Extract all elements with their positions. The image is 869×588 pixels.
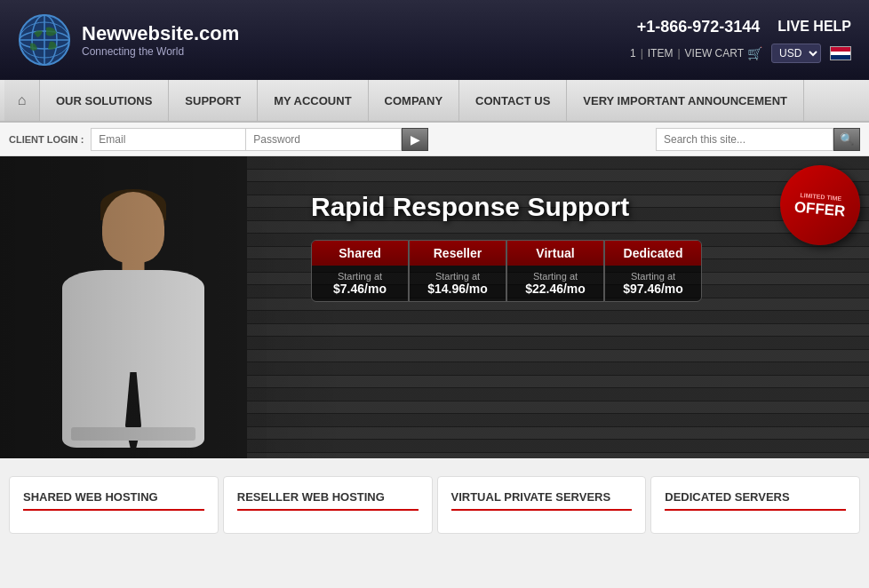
bottom-col-title-dedicated-servers: DEDICATED SERVERS <box>665 490 846 511</box>
pricing-header-dedicated: Dedicated <box>605 241 701 266</box>
hero-section: Rapid Response Support LIMITED TIME OFFE… <box>0 156 869 458</box>
pricing-col-reseller[interactable]: Reseller Starting at $14.96/mo <box>409 240 506 302</box>
currency-select[interactable]: USD EUR GBP <box>771 44 821 63</box>
bottom-col-title-reseller-web-hosting: RESELLER WEB HOSTING <box>237 490 419 511</box>
header-top-row: +1-866-972-3144 LIVE HELP <box>637 18 851 36</box>
search-icon: 🔍 <box>840 132 854 146</box>
cart-divider: | <box>641 47 643 60</box>
login-label: CLIENT LOGIN : <box>9 134 84 145</box>
logo-text: Newwebsite.com Connecting the World <box>82 22 239 58</box>
pricing-body-virtual: Starting at $22.46/mo <box>507 266 603 301</box>
pricing-col-dedicated[interactable]: Dedicated Starting at $97.46/mo <box>604 240 702 302</box>
pricing-price-reseller: $14.96/mo <box>413 282 502 296</box>
nav-item-contact-us[interactable]: CONTACT US <box>459 80 567 121</box>
pricing-price-shared: $7.46/mo <box>315 282 404 296</box>
live-help-link[interactable]: LIVE HELP <box>777 19 851 35</box>
logo-globe-icon <box>18 13 71 67</box>
pricing-starting-dedicated: Starting at <box>609 271 698 282</box>
login-submit-button[interactable]: ▶ <box>402 128 428 151</box>
site-header: Newwebsite.com Connecting the World +1-8… <box>0 0 869 80</box>
pricing-header-shared: Shared <box>312 241 408 266</box>
site-name: Newwebsite.com <box>82 22 239 45</box>
nav-items: OUR SOLUTIONS SUPPORT MY ACCOUNT COMPANY… <box>40 80 804 121</box>
bottom-col-title-virtual-private-servers: VIRTUAL PRIVATE SERVERS <box>451 490 633 511</box>
nav-home-button[interactable]: ⌂ <box>4 80 40 121</box>
search-button[interactable]: 🔍 <box>833 128 860 151</box>
pricing-body-dedicated: Starting at $97.46/mo <box>605 266 701 301</box>
view-cart-link[interactable]: VIEW CART 🛒 <box>685 46 762 60</box>
cart-divider-2: | <box>677 47 680 60</box>
bottom-sections: SHARED WEB HOSTINGRESELLER WEB HOSTINGVI… <box>0 458 869 552</box>
password-input[interactable] <box>246 128 402 151</box>
pricing-starting-reseller: Starting at <box>413 271 502 282</box>
header-right: +1-866-972-3144 LIVE HELP 1 | ITEM | VIE… <box>630 18 851 63</box>
nav-item-my-account[interactable]: MY ACCOUNT <box>258 80 368 121</box>
login-arrow-icon: ▶ <box>411 132 420 147</box>
hero-title: Rapid Response Support <box>311 192 771 222</box>
cart-item-count: 1 <box>630 47 636 60</box>
search-area: 🔍 <box>656 128 860 151</box>
nav-item-our-solutions[interactable]: OUR SOLUTIONS <box>40 80 169 121</box>
header-bottom-row: 1 | ITEM | VIEW CART 🛒 USD EUR GBP <box>630 44 851 63</box>
pricing-price-virtual: $22.46/mo <box>511 282 600 296</box>
phone-number: +1-866-972-3144 <box>637 18 761 36</box>
main-navbar: ⌂ OUR SOLUTIONS SUPPORT MY ACCOUNT COMPA… <box>0 80 869 123</box>
pricing-col-shared[interactable]: Shared Starting at $7.46/mo <box>311 240 409 302</box>
bottom-col-dedicated-servers: DEDICATED SERVERS <box>650 476 860 534</box>
pricing-price-dedicated: $97.46/mo <box>609 282 698 296</box>
search-input[interactable] <box>656 128 833 151</box>
bottom-col-shared-web-hosting: SHARED WEB HOSTING <box>9 476 219 534</box>
pricing-grid: Shared Starting at $7.46/mo Reseller Sta… <box>311 240 860 302</box>
logo-area[interactable]: Newwebsite.com Connecting the World <box>18 13 239 67</box>
nav-item-very-important-announcement[interactable]: VERY IMPORTANT ANNOUNCEMENT <box>567 80 804 121</box>
pricing-starting-virtual: Starting at <box>511 271 600 282</box>
cart-item-label: ITEM <box>648 47 674 60</box>
pricing-header-reseller: Reseller <box>410 241 506 266</box>
hero-content: Rapid Response Support LIMITED TIME OFFE… <box>311 192 860 302</box>
bottom-col-title-shared-web-hosting: SHARED WEB HOSTING <box>23 490 204 511</box>
pricing-header-virtual: Virtual <box>507 241 603 266</box>
badge-offer: OFFER <box>793 199 846 219</box>
cart-icon: 🛒 <box>747 46 762 60</box>
pricing-col-virtual[interactable]: Virtual Starting at $22.46/mo <box>506 240 604 302</box>
login-bar: CLIENT LOGIN : ▶ 🔍 <box>0 123 869 156</box>
us-flag-icon <box>830 46 851 60</box>
view-cart-label: VIEW CART <box>685 47 744 60</box>
nav-item-company[interactable]: COMPANY <box>369 80 459 121</box>
bottom-col-reseller-web-hosting: RESELLER WEB HOSTING <box>223 476 433 534</box>
home-icon: ⌂ <box>18 92 27 108</box>
pricing-body-shared: Starting at $7.46/mo <box>312 266 408 301</box>
cart-info: 1 | ITEM | VIEW CART 🛒 <box>630 46 762 60</box>
nav-item-support[interactable]: SUPPORT <box>169 80 258 121</box>
email-input[interactable] <box>91 128 246 151</box>
bottom-col-virtual-private-servers: VIRTUAL PRIVATE SERVERS <box>437 476 647 534</box>
site-tagline: Connecting the World <box>82 45 239 58</box>
pricing-starting-shared: Starting at <box>315 271 404 282</box>
pricing-body-reseller: Starting at $14.96/mo <box>410 266 506 301</box>
